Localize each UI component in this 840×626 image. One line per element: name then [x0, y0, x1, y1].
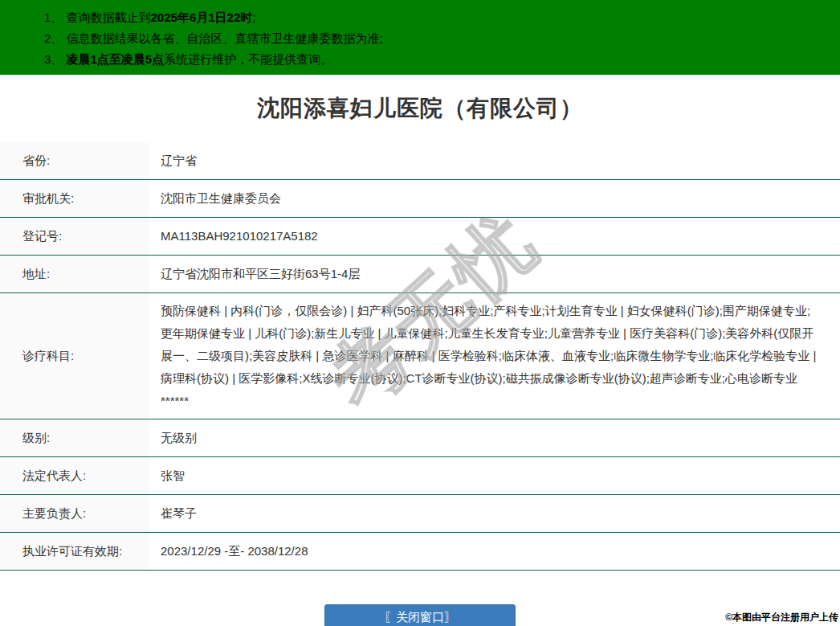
info-table: 省份: 辽宁省 审批机关: 沈阳市卫生健康委员会 登记号: MA113BAH92… [0, 142, 840, 571]
notice-line-2: 2、 信息数据结果以各省、自治区、直辖市卫生健康委数据为准; [44, 28, 832, 49]
notice-1-suffix: ; [252, 10, 255, 24]
row-value: 2023/12/29 -至- 2038/12/28 [149, 533, 840, 570]
table-row: 级别: 无级别 [0, 419, 840, 457]
row-label: 审批机关: [0, 180, 149, 217]
row-value: 崔琴子 [149, 495, 840, 532]
row-label: 登记号: [0, 218, 149, 255]
title-wrap: 沈阳添喜妇儿医院（有限公司） [0, 75, 840, 142]
table-row: 诊疗科目: 预防保健科 | 内科(门诊，仅限会诊) | 妇产科(50张床);妇科… [0, 293, 840, 419]
table-row: 主要负责人: 崔琴子 [0, 495, 840, 533]
row-value: 预防保健科 | 内科(门诊，仅限会诊) | 妇产科(50张床);妇科专业;产科专… [149, 293, 840, 419]
table-row: 省份: 辽宁省 [0, 142, 840, 180]
row-label: 执业许可证有效期: [0, 533, 149, 570]
close-window-button[interactable]: 〖关闭窗口〗 [324, 604, 516, 626]
row-value: 辽宁省 [149, 142, 840, 179]
row-value: 沈阳市卫生健康委员会 [149, 180, 840, 217]
table-row: 执业许可证有效期: 2023/12/29 -至- 2038/12/28 [0, 533, 840, 571]
notice-1-prefix: 1、 查询数据截止到 [44, 10, 151, 24]
row-value: 张智 [149, 457, 840, 494]
notice-line-3: 3、 凌晨1点至凌晨5点系统进行维护，不能提供查询。 [44, 49, 832, 70]
row-label: 级别: [0, 419, 149, 456]
row-value: 无级别 [149, 419, 840, 456]
table-row: 审批机关: 沈阳市卫生健康委员会 [0, 180, 840, 218]
notice-header: 1、 查询数据截止到2025年6月1日22时; 2、 信息数据结果以各省、自治区… [0, 0, 840, 75]
image-credit: ©本图由平台注册用户上传 [725, 611, 838, 624]
row-label: 诊疗科目: [0, 293, 149, 419]
notice-3-prefix: 3、 [44, 52, 67, 66]
notice-2-prefix: 2、 信息数据结果以各省、自治区、直辖市卫生健康委数据为准; [44, 31, 383, 45]
table-row: 地址: 辽宁省沈阳市和平区三好街63号1-4层 [0, 256, 840, 293]
page-title: 沈阳添喜妇儿医院（有限公司） [257, 93, 583, 124]
notice-3-bold: 凌晨1点至凌晨5点 [67, 52, 165, 66]
button-row: 〖关闭窗口〗 [0, 604, 840, 626]
row-label: 法定代表人: [0, 457, 149, 494]
row-label: 省份: [0, 142, 149, 179]
row-label: 地址: [0, 256, 149, 293]
row-label: 主要负责人: [0, 495, 149, 532]
table-row: 登记号: MA113BAH921010217A5182 [0, 218, 840, 256]
notice-line-1: 1、 查询数据截止到2025年6月1日22时; [44, 7, 832, 28]
table-row: 法定代表人: 张智 [0, 457, 840, 495]
notice-1-bold: 2025年6月1日22时 [151, 10, 253, 24]
notice-3-suffix: 系统进行维护，不能提供查询。 [164, 52, 332, 66]
row-value: 辽宁省沈阳市和平区三好街63号1-4层 [149, 256, 840, 293]
row-value: MA113BAH921010217A5182 [149, 218, 840, 255]
